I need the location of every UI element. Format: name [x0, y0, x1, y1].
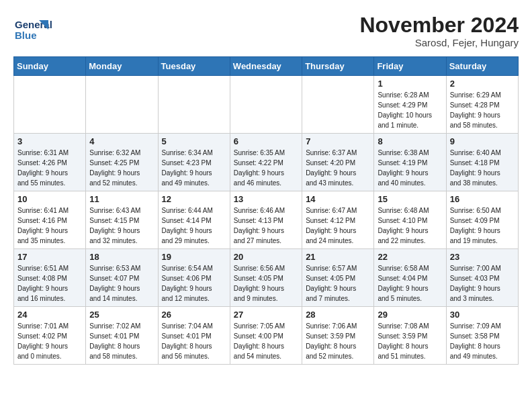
table-row: 14Sunrise: 6:47 AM Sunset: 4:12 PM Dayli…	[302, 191, 374, 249]
table-row	[86, 76, 158, 134]
table-row: 16Sunrise: 6:50 AM Sunset: 4:09 PM Dayli…	[446, 191, 518, 249]
header: General Blue November 2024 Sarosd, Fejer…	[13, 13, 519, 48]
table-row	[158, 76, 230, 134]
day-info: Sunrise: 6:43 AM Sunset: 4:15 PM Dayligh…	[89, 205, 154, 246]
table-row	[302, 76, 374, 134]
day-info: Sunrise: 6:40 AM Sunset: 4:18 PM Dayligh…	[450, 148, 515, 188]
calendar-week-row: 10Sunrise: 6:41 AM Sunset: 4:16 PM Dayli…	[14, 191, 519, 249]
table-row: 21Sunrise: 6:57 AM Sunset: 4:05 PM Dayli…	[302, 249, 374, 307]
day-info: Sunrise: 6:53 AM Sunset: 4:07 PM Dayligh…	[89, 263, 154, 304]
table-row: 17Sunrise: 6:51 AM Sunset: 4:08 PM Dayli…	[14, 249, 86, 307]
page-subtitle: Sarosd, Fejer, Hungary	[359, 37, 519, 48]
day-info: Sunrise: 7:04 AM Sunset: 4:01 PM Dayligh…	[162, 321, 226, 361]
table-row: 23Sunrise: 7:00 AM Sunset: 4:03 PM Dayli…	[446, 249, 518, 307]
col-saturday: Saturday	[446, 57, 518, 76]
day-number: 5	[162, 136, 226, 146]
day-info: Sunrise: 6:54 AM Sunset: 4:06 PM Dayligh…	[162, 263, 226, 304]
col-sunday: Sunday	[14, 57, 86, 76]
day-number: 27	[234, 310, 298, 320]
day-info: Sunrise: 6:38 AM Sunset: 4:19 PM Dayligh…	[378, 148, 442, 188]
day-info: Sunrise: 6:41 AM Sunset: 4:16 PM Dayligh…	[17, 205, 82, 246]
table-row: 26Sunrise: 7:04 AM Sunset: 4:01 PM Dayli…	[158, 307, 230, 365]
title-block: November 2024 Sarosd, Fejer, Hungary	[359, 13, 519, 48]
day-number: 1	[378, 79, 442, 89]
day-info: Sunrise: 7:01 AM Sunset: 4:02 PM Dayligh…	[17, 321, 82, 361]
page: General Blue November 2024 Sarosd, Fejer…	[0, 0, 532, 371]
col-thursday: Thursday	[302, 57, 374, 76]
day-number: 28	[306, 310, 370, 320]
table-row: 6Sunrise: 6:35 AM Sunset: 4:22 PM Daylig…	[230, 134, 302, 191]
day-info: Sunrise: 6:57 AM Sunset: 4:05 PM Dayligh…	[306, 263, 370, 304]
day-info: Sunrise: 6:32 AM Sunset: 4:25 PM Dayligh…	[89, 148, 154, 188]
table-row: 25Sunrise: 7:02 AM Sunset: 4:01 PM Dayli…	[86, 307, 158, 365]
day-number: 24	[17, 310, 82, 320]
day-number: 8	[378, 136, 442, 146]
col-monday: Monday	[86, 57, 158, 76]
day-info: Sunrise: 7:05 AM Sunset: 4:00 PM Dayligh…	[234, 321, 298, 361]
day-number: 6	[234, 136, 298, 146]
day-number: 15	[378, 194, 442, 204]
table-row: 1Sunrise: 6:28 AM Sunset: 4:29 PM Daylig…	[374, 76, 446, 134]
table-row: 13Sunrise: 6:46 AM Sunset: 4:13 PM Dayli…	[230, 191, 302, 249]
day-info: Sunrise: 6:29 AM Sunset: 4:28 PM Dayligh…	[450, 90, 515, 130]
calendar-header-row: Sunday Monday Tuesday Wednesday Thursday…	[14, 57, 519, 76]
table-row: 9Sunrise: 6:40 AM Sunset: 4:18 PM Daylig…	[446, 134, 518, 191]
day-info: Sunrise: 7:00 AM Sunset: 4:03 PM Dayligh…	[450, 263, 515, 304]
day-info: Sunrise: 7:02 AM Sunset: 4:01 PM Dayligh…	[89, 321, 154, 361]
table-row: 10Sunrise: 6:41 AM Sunset: 4:16 PM Dayli…	[14, 191, 86, 249]
table-row: 24Sunrise: 7:01 AM Sunset: 4:02 PM Dayli…	[14, 307, 86, 365]
table-row	[14, 76, 86, 134]
day-info: Sunrise: 6:34 AM Sunset: 4:23 PM Dayligh…	[162, 148, 226, 188]
day-number: 12	[162, 194, 226, 204]
day-info: Sunrise: 6:50 AM Sunset: 4:09 PM Dayligh…	[450, 205, 515, 246]
day-number: 20	[234, 252, 298, 262]
col-tuesday: Tuesday	[158, 57, 230, 76]
table-row: 27Sunrise: 7:05 AM Sunset: 4:00 PM Dayli…	[230, 307, 302, 365]
table-row: 30Sunrise: 7:09 AM Sunset: 3:58 PM Dayli…	[446, 307, 518, 365]
table-row: 11Sunrise: 6:43 AM Sunset: 4:15 PM Dayli…	[86, 191, 158, 249]
table-row: 3Sunrise: 6:31 AM Sunset: 4:26 PM Daylig…	[14, 134, 86, 191]
day-number: 7	[306, 136, 370, 146]
svg-text:Blue: Blue	[15, 30, 37, 41]
day-info: Sunrise: 6:58 AM Sunset: 4:04 PM Dayligh…	[378, 263, 442, 304]
day-number: 11	[89, 194, 154, 204]
calendar-week-row: 3Sunrise: 6:31 AM Sunset: 4:26 PM Daylig…	[14, 134, 519, 191]
table-row: 22Sunrise: 6:58 AM Sunset: 4:04 PM Dayli…	[374, 249, 446, 307]
logo-icon: General Blue	[13, 13, 54, 46]
day-info: Sunrise: 6:51 AM Sunset: 4:08 PM Dayligh…	[17, 263, 82, 304]
day-number: 22	[378, 252, 442, 262]
table-row: 12Sunrise: 6:44 AM Sunset: 4:14 PM Dayli…	[158, 191, 230, 249]
day-info: Sunrise: 7:06 AM Sunset: 3:59 PM Dayligh…	[306, 321, 370, 361]
table-row: 20Sunrise: 6:56 AM Sunset: 4:05 PM Dayli…	[230, 249, 302, 307]
calendar-week-row: 1Sunrise: 6:28 AM Sunset: 4:29 PM Daylig…	[14, 76, 519, 134]
day-number: 19	[162, 252, 226, 262]
table-row	[230, 76, 302, 134]
table-row: 15Sunrise: 6:48 AM Sunset: 4:10 PM Dayli…	[374, 191, 446, 249]
day-info: Sunrise: 6:48 AM Sunset: 4:10 PM Dayligh…	[378, 205, 442, 246]
calendar-week-row: 17Sunrise: 6:51 AM Sunset: 4:08 PM Dayli…	[14, 249, 519, 307]
day-info: Sunrise: 6:46 AM Sunset: 4:13 PM Dayligh…	[234, 205, 298, 246]
table-row: 4Sunrise: 6:32 AM Sunset: 4:25 PM Daylig…	[86, 134, 158, 191]
day-info: Sunrise: 6:44 AM Sunset: 4:14 PM Dayligh…	[162, 205, 226, 246]
day-number: 29	[378, 310, 442, 320]
day-number: 9	[450, 136, 515, 146]
table-row: 28Sunrise: 7:06 AM Sunset: 3:59 PM Dayli…	[302, 307, 374, 365]
day-number: 14	[306, 194, 370, 204]
day-number: 18	[89, 252, 154, 262]
table-row: 8Sunrise: 6:38 AM Sunset: 4:19 PM Daylig…	[374, 134, 446, 191]
page-title: November 2024	[359, 13, 519, 37]
day-number: 25	[89, 310, 154, 320]
day-number: 21	[306, 252, 370, 262]
col-friday: Friday	[374, 57, 446, 76]
day-number: 17	[17, 252, 82, 262]
table-row: 18Sunrise: 6:53 AM Sunset: 4:07 PM Dayli…	[86, 249, 158, 307]
day-number: 2	[450, 79, 515, 89]
logo: General Blue	[13, 13, 54, 46]
day-number: 10	[17, 194, 82, 204]
day-number: 23	[450, 252, 515, 262]
calendar-table: Sunday Monday Tuesday Wednesday Thursday…	[13, 56, 519, 365]
day-info: Sunrise: 6:28 AM Sunset: 4:29 PM Dayligh…	[378, 90, 442, 130]
day-info: Sunrise: 6:56 AM Sunset: 4:05 PM Dayligh…	[234, 263, 298, 304]
day-number: 3	[17, 136, 82, 146]
day-info: Sunrise: 6:31 AM Sunset: 4:26 PM Dayligh…	[17, 148, 82, 188]
